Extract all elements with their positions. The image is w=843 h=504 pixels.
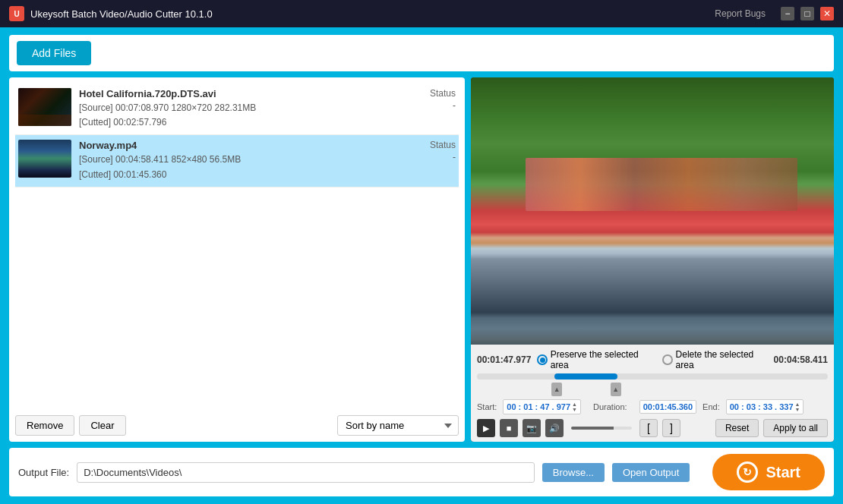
sort-select[interactable]: Sort by name Sort by date Sort by size bbox=[337, 415, 459, 436]
start-label: Start bbox=[766, 464, 800, 481]
file-list: Hotel California.720p.DTS.avi [Source] 0… bbox=[15, 83, 459, 411]
add-files-button[interactable]: Add Files bbox=[17, 41, 91, 65]
window-controls: − □ ✕ bbox=[781, 7, 834, 20]
volume-slider[interactable] bbox=[571, 427, 632, 430]
video-controls: 00:01:47.977 Preserve the selected area … bbox=[471, 345, 834, 442]
report-bugs-link[interactable]: Report Bugs bbox=[715, 8, 766, 19]
status-value: - bbox=[430, 152, 456, 162]
selection-mode-group: Preserve the selected area Delete the se… bbox=[537, 349, 767, 370]
duration-value: 00:01:45.360 bbox=[643, 402, 693, 411]
audio-toggle-button[interactable]: 🔊 bbox=[545, 419, 564, 437]
toolbar-section: Add Files bbox=[9, 35, 834, 71]
source-label: [Source] bbox=[79, 154, 115, 165]
time-selection-row: 00:01:47.977 Preserve the selected area … bbox=[477, 349, 828, 370]
remove-button[interactable]: Remove bbox=[15, 415, 74, 436]
mark-in-button[interactable]: [ bbox=[639, 419, 658, 437]
start-time-input[interactable]: 00 : 01 : 47 . 977 ▲▼ bbox=[503, 399, 581, 414]
duration-display: 00:01:45.360 bbox=[639, 400, 696, 414]
start-icon: ↻ bbox=[737, 461, 758, 483]
thumbnail-image bbox=[18, 88, 71, 126]
cutted-label: [Cutted] bbox=[79, 117, 113, 128]
video-player-panel: 00:01:47.977 Preserve the selected area … bbox=[471, 77, 834, 442]
file-list-panel: Hotel California.720p.DTS.avi [Source] 0… bbox=[9, 77, 465, 442]
source-size: 56.5MB bbox=[210, 154, 241, 165]
source-resolution: 1280×720 bbox=[171, 102, 212, 113]
preserve-option[interactable]: Preserve the selected area bbox=[537, 349, 652, 370]
reset-button[interactable]: Reset bbox=[715, 419, 759, 437]
cutted-duration: 00:01:45.360 bbox=[113, 169, 166, 180]
status-label: Status bbox=[430, 88, 456, 99]
delete-radio-circle bbox=[662, 354, 672, 365]
list-item[interactable]: Hotel California.720p.DTS.avi [Source] 0… bbox=[15, 83, 459, 135]
clear-button[interactable]: Clear bbox=[79, 415, 125, 436]
app-title: Ukeysoft Batch Video/Audio Cutter 10.1.0 bbox=[30, 8, 715, 20]
titlebar: U Ukeysoft Batch Video/Audio Cutter 10.1… bbox=[0, 0, 843, 27]
file-status: Status - bbox=[430, 140, 456, 162]
file-info: Hotel California.720p.DTS.avi [Source] 0… bbox=[79, 88, 430, 130]
end-timestamp: 00:04:58.411 bbox=[774, 354, 828, 365]
start-timestamp: 00:01:47.977 bbox=[477, 354, 531, 365]
transport-row: ▶ ■ 📷 🔊 [ ] Reset Apply to all bbox=[477, 419, 828, 437]
file-source-meta: [Source] 00:07:08.970 1280×720 282.31MB bbox=[79, 101, 430, 115]
file-status: Status - bbox=[430, 88, 456, 111]
delete-label: Delete the selected area bbox=[676, 349, 768, 370]
end-time-value: 00 : 03 : 33 . 337 bbox=[730, 402, 794, 411]
file-name: Hotel California.720p.DTS.avi bbox=[79, 88, 430, 99]
start-button[interactable]: ↻ Start bbox=[712, 454, 825, 490]
close-button[interactable]: ✕ bbox=[820, 7, 834, 20]
minimize-button[interactable]: − bbox=[781, 7, 794, 20]
output-label: Output File: bbox=[18, 467, 69, 478]
video-frame bbox=[471, 77, 834, 345]
bottom-bar: Output File: Browse... Open Output ↻ Sta… bbox=[9, 448, 834, 496]
source-duration: 00:07:08.970 bbox=[115, 102, 169, 113]
file-name: Norway.mp4 bbox=[79, 140, 430, 151]
file-thumbnail bbox=[18, 88, 71, 126]
timeline-handles-row: ▲ ▲ bbox=[477, 383, 828, 396]
thumbnail-image bbox=[18, 140, 71, 178]
cutted-duration: 00:02:57.796 bbox=[113, 117, 166, 128]
end-time-input[interactable]: 00 : 03 : 33 . 337 ▲▼ bbox=[726, 399, 804, 414]
status-label: Status bbox=[430, 140, 456, 150]
start-handle[interactable]: ▲ bbox=[551, 383, 562, 396]
output-path-input[interactable] bbox=[77, 462, 535, 483]
restore-button[interactable]: □ bbox=[800, 7, 814, 20]
file-cut-meta: [Cutted] 00:01:45.360 bbox=[79, 168, 430, 182]
end-time-spinner[interactable]: ▲▼ bbox=[795, 402, 800, 412]
file-info: Norway.mp4 [Source] 00:04:58.411 852×480… bbox=[79, 140, 430, 181]
play-button[interactable]: ▶ bbox=[477, 419, 495, 437]
content-row: Hotel California.720p.DTS.avi [Source] 0… bbox=[9, 77, 834, 442]
start-time-value: 00 : 01 : 47 . 977 bbox=[507, 402, 570, 411]
list-controls: Remove Clear Sort by name Sort by date S… bbox=[15, 411, 459, 436]
time-inputs-row: Start: 00 : 01 : 47 . 977 ▲▼ Duration: 0… bbox=[477, 399, 828, 414]
start-time-spinner[interactable]: ▲▼ bbox=[572, 402, 577, 412]
status-value: - bbox=[430, 100, 456, 111]
timeline-bar[interactable] bbox=[477, 373, 828, 380]
source-resolution: 852×480 bbox=[171, 154, 207, 165]
apply-all-button[interactable]: Apply to all bbox=[763, 419, 828, 437]
browse-button[interactable]: Browse... bbox=[542, 463, 605, 482]
preserve-label: Preserve the selected area bbox=[551, 349, 652, 370]
timeline-selection bbox=[554, 373, 617, 380]
preserve-radio-circle bbox=[537, 354, 547, 365]
main-area: Add Files Hotel California.720p.DTS.avi … bbox=[0, 27, 843, 504]
file-cut-meta: [Cutted] 00:02:57.796 bbox=[79, 115, 430, 130]
file-source-meta: [Source] 00:04:58.411 852×480 56.5MB bbox=[79, 153, 430, 167]
app-logo: U bbox=[9, 6, 24, 21]
open-output-button[interactable]: Open Output bbox=[612, 463, 690, 482]
delete-option[interactable]: Delete the selected area bbox=[662, 349, 767, 370]
source-size: 282.31MB bbox=[215, 102, 257, 113]
end-label: End: bbox=[702, 402, 720, 411]
video-preview bbox=[471, 77, 834, 345]
list-item[interactable]: Norway.mp4 [Source] 00:04:58.411 852×480… bbox=[15, 135, 459, 187]
start-label: Start: bbox=[477, 402, 497, 411]
file-thumbnail bbox=[18, 140, 71, 178]
duration-label: Duration: bbox=[593, 402, 627, 411]
screenshot-button[interactable]: 📷 bbox=[523, 419, 541, 437]
stop-button[interactable]: ■ bbox=[500, 419, 518, 437]
cutted-label: [Cutted] bbox=[79, 169, 113, 180]
source-label: [Source] bbox=[79, 102, 115, 113]
source-duration: 00:04:58.411 bbox=[115, 154, 169, 165]
mark-out-button[interactable]: ] bbox=[662, 419, 680, 437]
end-handle[interactable]: ▲ bbox=[611, 383, 621, 396]
